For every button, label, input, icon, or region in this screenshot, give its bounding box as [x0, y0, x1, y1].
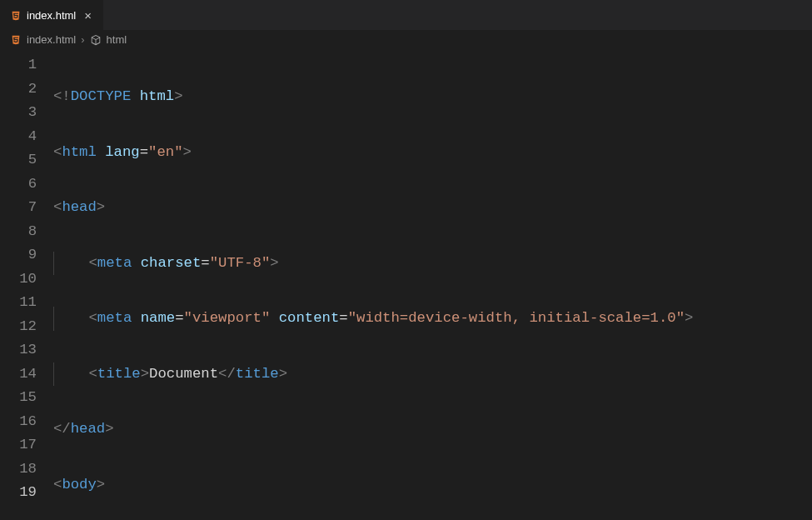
code-line[interactable]: <!DOCTYPE html> [53, 85, 812, 109]
code-line[interactable]: <title>Document</title> [53, 362, 812, 387]
html-file-icon [10, 34, 22, 46]
line-number: 9 [0, 243, 37, 268]
line-number: 6 [0, 172, 37, 197]
tab-bar: index.html × [0, 0, 812, 30]
breadcrumb: index.html › html [0, 30, 812, 50]
line-number-gutter: 1 2 3 4 5 6 7 8 9 10 11 12 13 14 15 16 1… [0, 53, 53, 520]
line-number: 18 [0, 458, 37, 482]
line-number: 19 [0, 481, 37, 505]
line-number: 5 [0, 148, 37, 172]
line-number: 15 [0, 386, 37, 410]
code-line[interactable]: <meta charset="UTF-8"> [53, 252, 812, 276]
code-editor[interactable]: 1 2 3 4 5 6 7 8 9 10 11 12 13 14 15 16 1… [0, 50, 812, 520]
html-file-icon [10, 10, 22, 22]
line-number: 1 [0, 53, 37, 78]
line-number: 17 [0, 433, 37, 458]
line-number: 7 [0, 196, 37, 220]
code-line[interactable]: <html lang="en"> [53, 141, 812, 165]
line-number: 13 [0, 338, 37, 362]
line-number: 16 [0, 410, 37, 434]
close-icon[interactable]: × [81, 7, 95, 24]
symbol-icon [90, 34, 102, 46]
line-number: 11 [0, 291, 37, 315]
line-number: 2 [0, 78, 37, 102]
chevron-right-icon: › [81, 33, 84, 46]
breadcrumb-file[interactable]: index.html [27, 33, 76, 46]
line-number: 12 [0, 315, 37, 339]
line-number: 8 [0, 220, 37, 244]
code-line[interactable]: </head> [53, 418, 812, 442]
code-area[interactable]: <!DOCTYPE html> <html lang="en"> <head> … [53, 53, 812, 520]
editor-tab[interactable]: index.html × [0, 0, 103, 30]
line-number: 4 [0, 125, 37, 149]
line-number: 3 [0, 101, 37, 125]
tab-filename: index.html [27, 9, 76, 22]
breadcrumb-symbol[interactable]: html [107, 33, 127, 46]
code-line[interactable]: <body> [53, 473, 812, 498]
code-line[interactable]: <meta name="viewport" content="width=dev… [53, 307, 812, 331]
line-number: 14 [0, 362, 37, 387]
code-line[interactable]: <head> [53, 196, 812, 220]
line-number: 10 [0, 268, 37, 292]
